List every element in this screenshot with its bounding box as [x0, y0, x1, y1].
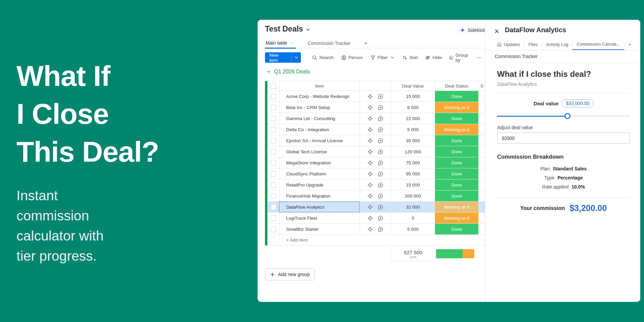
ai-sparkle-icon[interactable]: [367, 94, 373, 99]
add-update-icon[interactable]: [378, 138, 383, 144]
ai-sparkle-icon[interactable]: [367, 160, 373, 166]
select-all-checkbox[interactable]: [271, 83, 276, 89]
new-item-label[interactable]: New item: [265, 52, 291, 63]
filter-button[interactable]: Filter: [367, 52, 398, 63]
item-name-cell[interactable]: FinanceHub Migration: [279, 191, 360, 201]
deal-status-cell[interactable]: Done: [435, 146, 478, 157]
group-collapse-icon[interactable]: [266, 69, 271, 74]
deal-value-cell[interactable]: 15 000: [391, 91, 435, 102]
table-row[interactable]: MegaStore Integration 75 000 Done: [267, 157, 485, 168]
ai-sparkle-icon[interactable]: [367, 182, 373, 188]
item-name-cell[interactable]: SmallBiz Starter: [279, 224, 360, 234]
item-name-cell[interactable]: Gamma Ltd - Consulting: [279, 113, 360, 124]
add-item-row[interactable]: + Add item: [267, 235, 485, 246]
status-chip[interactable]: Done: [435, 168, 478, 179]
deal-status-cell[interactable]: Done: [435, 224, 478, 234]
table-row[interactable]: SmallBiz Starter 5 000 Done: [267, 224, 485, 235]
column-header-deal-status[interactable]: Deal Status: [435, 81, 478, 91]
row-checkbox[interactable]: [271, 149, 276, 155]
add-update-icon[interactable]: [378, 182, 383, 188]
slider-handle[interactable]: [565, 113, 571, 119]
row-checkbox-cell[interactable]: [267, 202, 279, 212]
row-checkbox[interactable]: [271, 116, 276, 121]
board-tab[interactable]: Commission Tracker: [307, 39, 352, 48]
deal-value-cell[interactable]: 15 000: [391, 179, 435, 190]
item-name-cell[interactable]: CloudSync Platform: [279, 168, 360, 179]
column-header-stub[interactable]: S: [478, 81, 485, 91]
add-update-icon[interactable]: [378, 105, 383, 110]
item-name-cell[interactable]: LogiTrack Fleet: [279, 213, 360, 223]
table-row[interactable]: LogiTrack Fleet 0 Working on it: [267, 213, 485, 224]
panel-tab[interactable]: Files: [524, 39, 541, 50]
add-update-icon[interactable]: [378, 127, 383, 132]
panel-tab[interactable]: Updates: [493, 39, 524, 50]
ai-sparkle-icon[interactable]: [367, 215, 373, 221]
deal-status-cell[interactable]: Done: [435, 113, 478, 124]
column-header-deal-value[interactable]: Deal Value: [391, 81, 435, 91]
deal-status-cell[interactable]: Working on it: [435, 124, 478, 135]
add-new-group-button[interactable]: Add new group: [265, 268, 315, 280]
table-row[interactable]: RetailPro Upgrade 15 000 Done: [267, 179, 485, 191]
row-checkbox[interactable]: [271, 182, 276, 188]
add-update-icon[interactable]: [378, 171, 383, 177]
ai-sparkle-icon[interactable]: [367, 226, 373, 232]
board-tab[interactable]: Main table ⋯: [265, 38, 296, 49]
deal-status-cell[interactable]: Done: [435, 191, 478, 201]
status-chip[interactable]: Working on it: [435, 213, 478, 223]
row-checkbox-cell[interactable]: [267, 146, 279, 157]
tab-menu-dots[interactable]: ⋯: [290, 40, 295, 46]
status-chip[interactable]: Working on it: [435, 202, 478, 212]
hide-button[interactable]: Hide: [421, 52, 445, 63]
deal-status-cell[interactable]: Done: [435, 91, 478, 102]
deal-status-cell[interactable]: Working on it: [435, 102, 478, 113]
deal-status-cell[interactable]: Working on it: [435, 213, 478, 223]
deal-value-cell[interactable]: 32 000: [391, 202, 435, 212]
deal-status-cell[interactable]: Done: [435, 135, 478, 146]
row-checkbox[interactable]: [271, 160, 276, 166]
deal-value-cell[interactable]: 95 000: [391, 168, 435, 179]
row-checkbox[interactable]: [271, 171, 276, 177]
item-name-cell[interactable]: DataFlow Analytics: [279, 202, 360, 212]
deal-status-cell[interactable]: Done: [435, 157, 478, 168]
deal-value-cell[interactable]: 22 000: [391, 113, 435, 124]
item-name-cell[interactable]: Epsilon SA - Annual License: [279, 135, 360, 146]
person-button[interactable]: Person: [337, 52, 367, 63]
add-panel-tab-button[interactable]: +: [625, 39, 635, 50]
add-update-icon[interactable]: [378, 94, 383, 99]
row-checkbox-cell[interactable]: [267, 179, 279, 190]
adjust-deal-value-input[interactable]: [497, 132, 630, 144]
add-update-icon[interactable]: [378, 193, 383, 199]
table-row[interactable]: Epsilon SA - Annual License 35 000 Done: [267, 135, 485, 146]
add-update-icon[interactable]: [378, 116, 383, 121]
add-update-icon[interactable]: [378, 149, 383, 155]
status-chip[interactable]: Working on it: [435, 102, 478, 113]
row-checkbox-cell[interactable]: [267, 124, 279, 135]
sidekick-button[interactable]: Sidekick: [458, 26, 487, 34]
table-row[interactable]: Acme Corp - Website Redesign 15 000 Done: [267, 91, 485, 102]
ai-sparkle-icon[interactable]: [367, 193, 373, 199]
chevron-down-icon[interactable]: [306, 27, 311, 32]
deal-value-cell[interactable]: 120 000: [391, 146, 435, 157]
deal-value-slider[interactable]: [497, 113, 630, 119]
new-item-dropdown[interactable]: [291, 52, 301, 63]
status-chip[interactable]: Done: [435, 191, 478, 201]
sort-button[interactable]: Sort: [398, 52, 422, 63]
deal-value-cell[interactable]: 5 000: [391, 124, 435, 135]
row-checkbox-cell[interactable]: [267, 168, 279, 179]
close-panel-button[interactable]: ✕: [493, 27, 501, 35]
status-chip[interactable]: Done: [435, 157, 478, 168]
item-name-cell[interactable]: MegaStore Integration: [279, 157, 360, 168]
deal-value-sum[interactable]: 627 500 sum: [391, 248, 435, 261]
add-update-icon[interactable]: [378, 204, 383, 210]
row-checkbox-cell[interactable]: [267, 157, 279, 168]
row-checkbox-cell[interactable]: [267, 102, 279, 113]
status-chip[interactable]: Done: [435, 113, 478, 124]
table-row[interactable]: DataFlow Analytics 32 000 Working on it: [267, 202, 485, 213]
table-row[interactable]: CloudSync Platform 95 000 Done: [267, 168, 485, 179]
deal-value-cell[interactable]: 35 000: [391, 135, 435, 146]
row-checkbox-cell[interactable]: [267, 113, 279, 124]
row-checkbox[interactable]: [271, 215, 276, 221]
toolbar-more-button[interactable]: ⋯: [474, 52, 485, 63]
ai-sparkle-icon[interactable]: [367, 138, 373, 144]
add-item-label[interactable]: + Add item: [279, 235, 485, 245]
